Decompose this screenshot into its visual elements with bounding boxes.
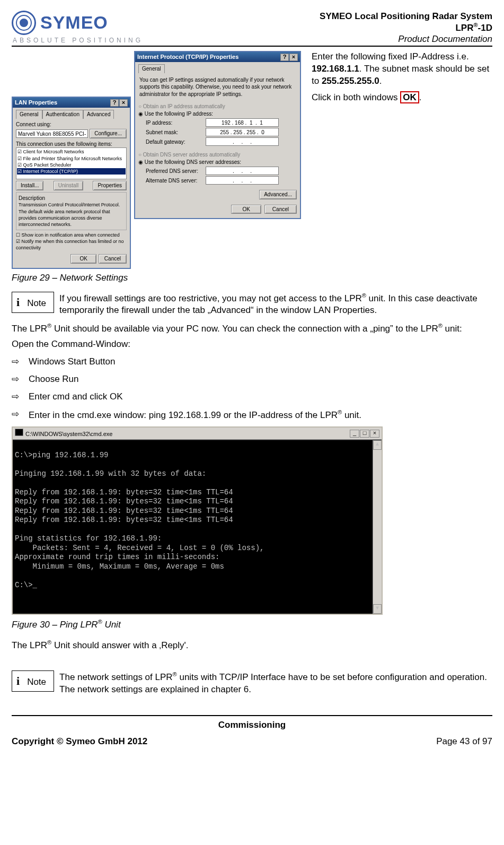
- info-icon: i: [16, 674, 20, 687]
- subnet-mask-field[interactable]: [206, 128, 279, 136]
- window-title: C:\WINDOWS\system32\cmd.exe: [25, 431, 112, 437]
- window-titlebar[interactable]: LAN Properties ?×: [13, 98, 130, 108]
- body-paragraph: The LPR® Unit should be available via yo…: [12, 322, 492, 335]
- terminal-output[interactable]: C:\>ping 192.168.1.99 Pinging 192.168.1.…: [13, 440, 382, 614]
- terminal-icon: [15, 429, 23, 436]
- help-icon[interactable]: ?: [110, 99, 119, 107]
- subnet-mask-label: Subnet mask:: [146, 129, 204, 136]
- list-item[interactable]: QoS Packet Scheduler: [17, 162, 126, 168]
- list-item: ⇨Choose Run: [12, 373, 492, 386]
- company-logo: SYMEO ABSOLUTE POSITIONING: [12, 11, 143, 45]
- list-item[interactable]: File and Printer Sharing for Microsoft N…: [17, 155, 126, 162]
- list-item[interactable]: Client for Microsoft Networks: [17, 149, 126, 155]
- ok-button[interactable]: OK: [231, 205, 261, 214]
- info-icon: i: [16, 295, 20, 309]
- list-item-selected[interactable]: Internet Protocol (TCP/IP): [17, 168, 126, 175]
- list-item: ⇨Enter cmd and click OK: [12, 391, 492, 403]
- default-gateway-label: Default gateway:: [146, 138, 204, 146]
- cancel-button[interactable]: Cancel: [99, 254, 127, 264]
- items-label: This connection uses the following items…: [16, 141, 127, 148]
- section-title: Commissioning: [12, 719, 492, 731]
- window-titlebar[interactable]: Internet Protocol (TCP/IP) Properties ?×: [135, 52, 300, 62]
- copyright-text: Copyright © Symeo GmbH 2012: [12, 736, 147, 748]
- advanced-button[interactable]: Advanced...: [259, 190, 297, 199]
- note-badge: iNote: [12, 670, 54, 692]
- note-text: If you firewall settings are too restric…: [59, 292, 492, 317]
- notify-checkbox[interactable]: Notify me when this connection has limit…: [16, 238, 127, 251]
- scroll-up-icon[interactable]: ▲: [373, 440, 382, 450]
- figure-30-caption: Figure 30 – Ping LPR® Unit: [12, 618, 492, 631]
- description-group: Description Transmission Control Protoco…: [16, 192, 127, 230]
- tab-authentication[interactable]: Authentication: [42, 110, 83, 119]
- default-gateway-field[interactable]: [206, 137, 279, 146]
- tab-strip: GeneralAuthenticationAdvanced: [16, 110, 127, 119]
- uninstall-button: Uninstall: [54, 181, 83, 190]
- arrow-icon: ⇨: [12, 373, 21, 386]
- close-icon[interactable]: ×: [119, 99, 128, 107]
- preferred-dns-label: Preferred DNS server:: [146, 168, 204, 175]
- note-badge: iNote: [12, 292, 54, 313]
- help-icon[interactable]: ?: [280, 54, 289, 61]
- instruction-text: Enter the following fixed IP-Address i.e…: [312, 51, 492, 108]
- adapter-field[interactable]: [16, 129, 88, 138]
- close-icon[interactable]: ×: [289, 54, 298, 61]
- window-titlebar[interactable]: C:\WINDOWS\system32\cmd.exe _□×: [13, 428, 382, 440]
- connect-using-label: Connect using:: [16, 121, 127, 128]
- components-list[interactable]: Client for Microsoft Networks File and P…: [16, 147, 127, 179]
- figure-29-caption: Figure 29 – Network Settings: [12, 272, 492, 284]
- use-following-ip-radio[interactable]: Use the following IP address:: [138, 110, 297, 118]
- ip-address-label: IP address:: [146, 119, 204, 127]
- tab-advanced[interactable]: Advanced: [83, 110, 114, 119]
- scrollbar[interactable]: ▲▼: [373, 440, 382, 614]
- doc-title-line3: Product Documentation: [320, 33, 492, 45]
- tcpip-properties-window: Internet Protocol (TCP/IP) Properties ?×…: [134, 51, 301, 219]
- arrow-icon: ⇨: [12, 408, 21, 422]
- doc-title-line2: LPR®-1D: [320, 22, 492, 33]
- description-text: Transmission Control Protocol/Internet P…: [19, 202, 124, 228]
- note-text: The network settings of LPR® units with …: [59, 670, 492, 696]
- minimize-icon[interactable]: _: [350, 430, 359, 438]
- body-paragraph: The LPR® Unit should answer with a ‚Repl…: [12, 639, 492, 652]
- note-label: Note: [27, 298, 46, 308]
- scroll-down-icon[interactable]: ▼: [373, 604, 382, 614]
- figure-29: LAN Properties ?× GeneralAuthenticationA…: [12, 51, 492, 268]
- ip-address-field[interactable]: [206, 118, 279, 127]
- step-list: ⇨Windows Start Button ⇨Choose Run ⇨Enter…: [12, 356, 492, 421]
- description-label: Description: [19, 195, 124, 202]
- body-paragraph: Open the Command-Window:: [12, 338, 492, 351]
- alternate-dns-field[interactable]: [206, 176, 279, 185]
- show-icon-checkbox[interactable]: Show icon in notification area when conn…: [16, 232, 127, 238]
- tab-general[interactable]: General: [16, 110, 42, 119]
- arrow-icon: ⇨: [12, 356, 21, 368]
- page-header: SYMEO ABSOLUTE POSITIONING SYMEO Local P…: [12, 11, 492, 47]
- cmd-window: C:\WINDOWS\system32\cmd.exe _□× C:\>ping…: [12, 426, 383, 615]
- note-label: Note: [27, 677, 46, 687]
- lan-properties-window: LAN Properties ?× GeneralAuthenticationA…: [12, 97, 131, 268]
- doc-title-line1: SYMEO Local Positioning Radar System: [320, 11, 492, 22]
- window-title: Internet Protocol (TCP/IP) Properties: [137, 53, 238, 61]
- note-block: iNote The network settings of LPR® units…: [12, 670, 492, 696]
- properties-button[interactable]: Properties: [93, 181, 127, 190]
- obtain-dns-auto-radio: Obtain DNS server address automatically: [138, 151, 297, 159]
- configure-button[interactable]: Configure...: [90, 129, 127, 138]
- page-footer: Commissioning Copyright © Symeo GmbH 201…: [12, 715, 492, 748]
- tab-general[interactable]: General: [138, 64, 165, 73]
- install-button[interactable]: Install...: [16, 181, 43, 190]
- arrow-icon: ⇨: [12, 391, 21, 403]
- list-item: ⇨Windows Start Button: [12, 356, 492, 368]
- maximize-icon[interactable]: □: [360, 430, 369, 438]
- target-icon: [12, 11, 36, 35]
- cancel-button[interactable]: Cancel: [264, 205, 297, 214]
- list-item: ⇨Enter in the cmd.exe window: ping 192.1…: [12, 408, 492, 422]
- logo-text: SYMEO: [40, 11, 108, 35]
- obtain-ip-auto-radio[interactable]: Obtain an IP address automatically: [138, 103, 297, 110]
- ok-highlight: OK: [400, 91, 419, 103]
- ok-button[interactable]: OK: [70, 254, 96, 264]
- document-meta: SYMEO Local Positioning Radar System LPR…: [320, 11, 492, 45]
- page-number: Page 43 of 97: [436, 736, 492, 748]
- preferred-dns-field[interactable]: [206, 167, 279, 175]
- logo-subtitle: ABSOLUTE POSITIONING: [13, 36, 143, 45]
- use-following-dns-radio[interactable]: Use the following DNS server addresses:: [138, 159, 297, 166]
- close-icon[interactable]: ×: [370, 430, 379, 438]
- alternate-dns-label: Alternate DNS server:: [146, 177, 204, 185]
